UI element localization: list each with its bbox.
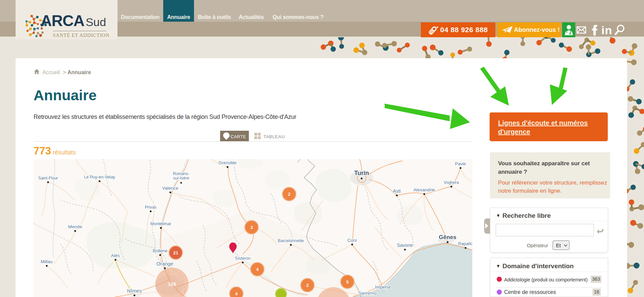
svg-text:Sisteron: Sisteron bbox=[235, 256, 251, 261]
svg-text:Imperia: Imperia bbox=[375, 284, 390, 290]
svg-text:Orange: Orange bbox=[156, 261, 173, 267]
svg-text:Valence: Valence bbox=[162, 186, 178, 191]
svg-text:21: 21 bbox=[173, 250, 178, 255]
svg-text:2: 2 bbox=[288, 192, 290, 197]
svg-text:Montélimar: Montélimar bbox=[150, 221, 171, 226]
svg-text:Savone: Savone bbox=[397, 242, 413, 248]
svg-text:Gênes: Gênes bbox=[439, 234, 456, 240]
svg-text:Bollène: Bollène bbox=[153, 248, 167, 253]
svg-text:Sanremo: Sanremo bbox=[359, 291, 377, 296]
svg-text:126: 126 bbox=[168, 281, 176, 287]
svg-text:sur-Isère: sur-Isère bbox=[173, 176, 189, 181]
svg-text:Mende: Mende bbox=[68, 224, 82, 229]
svg-text:Privas: Privas bbox=[145, 205, 157, 210]
svg-text:5: 5 bbox=[346, 279, 348, 284]
svg-text:Voghera: Voghera bbox=[444, 180, 459, 185]
svg-text:4: 4 bbox=[235, 291, 238, 296]
svg-text:Nîmes: Nîmes bbox=[127, 288, 142, 294]
svg-text:Rapallo: Rapallo bbox=[458, 241, 472, 246]
svg-text:Barcelonnette: Barcelonnette bbox=[278, 238, 304, 243]
svg-text:Romans-: Romans- bbox=[173, 171, 190, 176]
svg-text:Turin: Turin bbox=[354, 170, 369, 176]
svg-text:Saint-Flour: Saint-Flour bbox=[38, 176, 58, 181]
svg-text:Millau: Millau bbox=[41, 259, 52, 264]
svg-text:Alexandrie: Alexandrie bbox=[413, 187, 435, 192]
svg-text:Coni: Coni bbox=[347, 238, 357, 243]
svg-text:Alès: Alès bbox=[111, 253, 120, 258]
svg-text:Grenoble: Grenoble bbox=[218, 160, 236, 165]
svg-text:3: 3 bbox=[250, 225, 253, 230]
svg-text:Pavie: Pavie bbox=[455, 161, 466, 166]
svg-text:4: 4 bbox=[256, 267, 259, 272]
svg-text:Asti: Asti bbox=[393, 188, 401, 194]
svg-text:2: 2 bbox=[306, 283, 308, 288]
svg-text:Le Puy-en-Velay: Le Puy-en-Velay bbox=[84, 175, 115, 179]
